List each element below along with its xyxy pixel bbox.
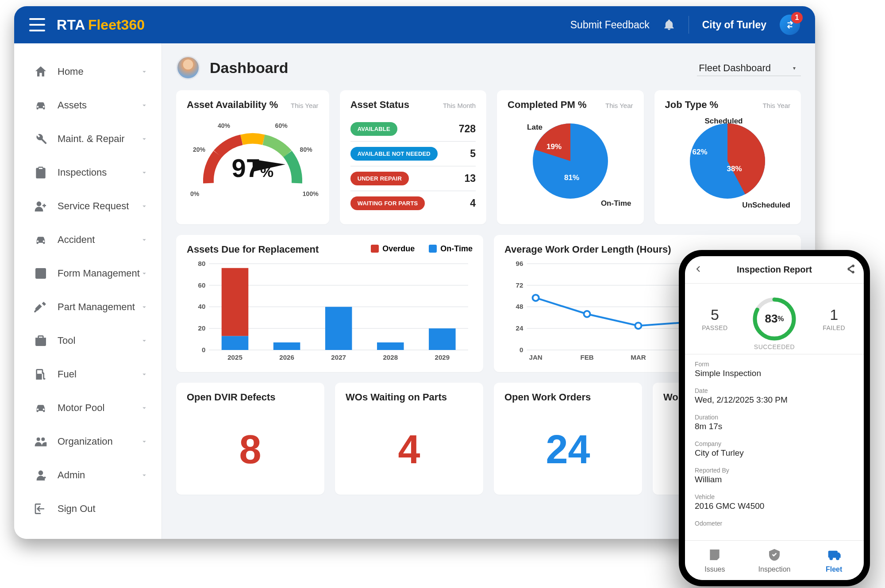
card-kpi-wos-waiting: WOs Waiting on Parts 4: [335, 383, 483, 495]
back-icon[interactable]: [693, 264, 704, 276]
field-value: William: [695, 475, 854, 484]
home-icon: [34, 65, 48, 79]
sidebar-item-form-management[interactable]: Form Management: [14, 257, 162, 290]
org-name[interactable]: City of Turley: [702, 19, 766, 31]
submit-feedback-link[interactable]: Submit Feedback: [570, 19, 650, 31]
gauge-chart: 0% 20% 40% 60% 80% 100% 97%: [187, 117, 319, 201]
chevron-down-icon: [140, 68, 148, 76]
sign-out-icon: [34, 502, 48, 516]
status-pill: AVAILABLE: [350, 122, 397, 136]
sidebar-item-motor-pool[interactable]: Motor Pool: [14, 391, 162, 425]
field-label: Form: [695, 361, 854, 368]
sidebar-item-accident[interactable]: Accident: [14, 223, 162, 257]
chevron-down-icon: [140, 438, 148, 446]
chevron-down-icon: [140, 404, 148, 412]
avatar[interactable]: [176, 56, 200, 80]
donut-pct-unit: %: [777, 315, 784, 323]
sidebar-item-part-management[interactable]: Part Management: [14, 290, 162, 324]
card-kpi-open-dvir: Open DVIR Defects 8: [176, 383, 324, 495]
field-label: Vehicle: [695, 493, 854, 500]
bar-ontime: [325, 307, 352, 350]
failed-value: 1: [830, 306, 838, 323]
card-title: Open Work Orders: [504, 392, 591, 403]
sidebar-item-label: Admin: [58, 469, 140, 481]
sidebar-item-signout[interactable]: Sign Out: [14, 492, 162, 526]
chevron-down-icon: [140, 269, 148, 277]
sidebar-item-label: Form Management: [58, 268, 140, 279]
svg-rect-34: [829, 551, 837, 557]
sidebar-item-maint-repair[interactable]: Maint. & Repair: [14, 122, 162, 156]
sidebar-item-inspections[interactable]: Inspections: [14, 156, 162, 189]
phone-title: Inspection Report: [704, 265, 845, 275]
card-kpi-open-wo: Open Work Orders 24: [494, 383, 642, 495]
chevron-down-icon: [140, 337, 148, 345]
sidebar-item-home[interactable]: Home: [14, 55, 162, 88]
phone-field: FormSimple Inspection: [685, 354, 864, 381]
card-title: Asset Availability %: [187, 99, 278, 111]
chevron-down-icon: [140, 370, 148, 378]
card-title: Open DVIR Defects: [187, 392, 276, 403]
caret-down-icon: ▾: [793, 65, 796, 71]
tab-label: Issues: [704, 565, 725, 573]
sidebar-item-service-request[interactable]: Service Request: [14, 189, 162, 223]
org-switch-icon[interactable]: 1: [780, 15, 800, 35]
svg-point-36: [836, 557, 839, 559]
kpi-value: 4: [346, 409, 473, 486]
phone-fields[interactable]: FormSimple InspectionDateWed, 2/12/2025 …: [685, 354, 864, 540]
pm-pie-chart: Late 19% 81% On-Time: [508, 117, 633, 210]
card-sub: This Year: [762, 102, 790, 109]
brand: RTA Fleet360: [57, 17, 145, 33]
bell-icon[interactable]: [663, 19, 675, 31]
svg-text:JAN: JAN: [529, 354, 543, 361]
share-icon[interactable]: [845, 264, 856, 276]
legend-swatch-ontime: [429, 245, 437, 253]
sidebar-item-organization[interactable]: Organization: [14, 425, 162, 458]
line-point: [584, 311, 590, 317]
sidebar-item-label: Organization: [58, 436, 140, 447]
tick: 40%: [218, 122, 230, 129]
sidebar-item-label: Assets: [58, 100, 140, 111]
sidebar-item-tool[interactable]: Tool: [14, 324, 162, 357]
phone-tab-inspection[interactable]: Inspection: [745, 541, 804, 580]
status-value: 5: [470, 148, 476, 160]
field-label: Date: [695, 387, 854, 394]
sidebar-item-label: Maint. & Repair: [58, 133, 140, 145]
card-completed-pm: Completed PM % This Year Late 19% 81% On…: [497, 90, 643, 224]
svg-text:2029: 2029: [435, 354, 450, 361]
svg-text:2026: 2026: [279, 354, 294, 361]
bar-chart: 02040608020252026202720282029: [187, 261, 473, 363]
phone-tab-fleet[interactable]: Fleet: [804, 541, 864, 580]
svg-text:MAR: MAR: [631, 354, 646, 361]
sidebar-item-label: Inspections: [58, 167, 140, 178]
tab-icon: [827, 548, 841, 564]
card-title: Assets Due for Replacement: [187, 244, 319, 255]
dashboard-selector[interactable]: Fleet Dashboard ▾: [697, 60, 801, 76]
line-point: [635, 323, 641, 329]
sidebar-item-admin[interactable]: Admin: [14, 458, 162, 492]
card-title: Average Work Order Length (Hours): [504, 244, 671, 255]
legend-ontime: On-Time: [440, 244, 473, 254]
brand-rta: RTA: [57, 17, 85, 33]
card-title: WOs Waiting on Parts: [346, 392, 447, 403]
field-value: Wed, 2/12/2025 3:30 PM: [695, 395, 854, 405]
phone-mockup: Inspection Report 5 PASSED 83% 1 FAILED: [679, 250, 870, 586]
tab-icon: [708, 548, 722, 564]
sidebar-item-assets[interactable]: Assets: [14, 88, 162, 122]
sidebar-item-fuel[interactable]: Fuel: [14, 357, 162, 391]
sidebar-item-label: Tool: [58, 335, 140, 346]
svg-text:48: 48: [516, 303, 523, 311]
svg-text:60: 60: [198, 281, 206, 289]
phone-tab-issues[interactable]: Issues: [685, 541, 745, 580]
sidebar-item-label: Accident: [58, 234, 140, 246]
card-job-type: Job Type % This Year Scheduled 62% 38% U…: [654, 90, 801, 224]
chevron-down-icon: [140, 303, 148, 311]
legend: Overdue On-Time: [371, 244, 473, 254]
dashboard-selector-label: Fleet Dashboard: [699, 62, 771, 74]
field-value: Simple Inspection: [695, 369, 854, 378]
failed-label: FAILED: [823, 324, 845, 331]
menu-icon[interactable]: [29, 18, 45, 31]
tick: 100%: [303, 190, 319, 197]
donut-chart: 83%: [751, 296, 797, 342]
car-icon: [34, 98, 48, 112]
phone-field: Duration8m 17s: [685, 407, 864, 434]
